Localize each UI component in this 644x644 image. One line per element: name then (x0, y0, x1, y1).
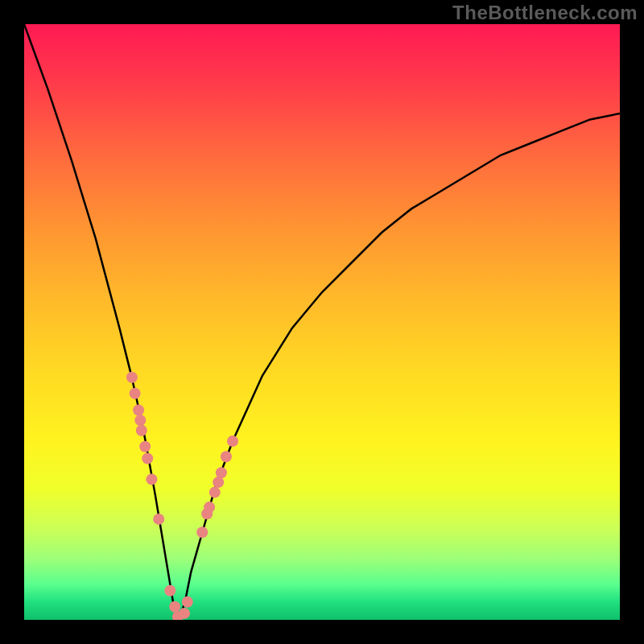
plot-area (24, 24, 620, 620)
data-point (126, 372, 138, 383)
dots-bottom (164, 585, 193, 620)
bottleneck-curve (24, 24, 620, 620)
data-point (196, 526, 208, 538)
data-point (227, 436, 238, 447)
data-point (164, 585, 175, 597)
data-point (130, 388, 141, 399)
curve-layer (24, 24, 620, 620)
data-point (134, 415, 146, 426)
data-point (133, 405, 144, 416)
data-point (209, 487, 221, 498)
data-point (216, 467, 227, 478)
dots-left (126, 372, 164, 525)
data-point (153, 514, 164, 525)
watermark-text: TheBottleneck.com (452, 2, 638, 24)
dots-right (196, 436, 238, 538)
data-point (169, 601, 180, 613)
data-point (139, 441, 151, 452)
data-point (182, 597, 193, 608)
data-point (136, 425, 147, 436)
data-point (221, 451, 232, 462)
data-point (142, 453, 153, 464)
data-point (213, 477, 224, 488)
chart-frame: TheBottleneck.com (0, 0, 644, 644)
data-point (146, 473, 157, 485)
data-point (179, 608, 190, 619)
data-point (204, 502, 215, 513)
